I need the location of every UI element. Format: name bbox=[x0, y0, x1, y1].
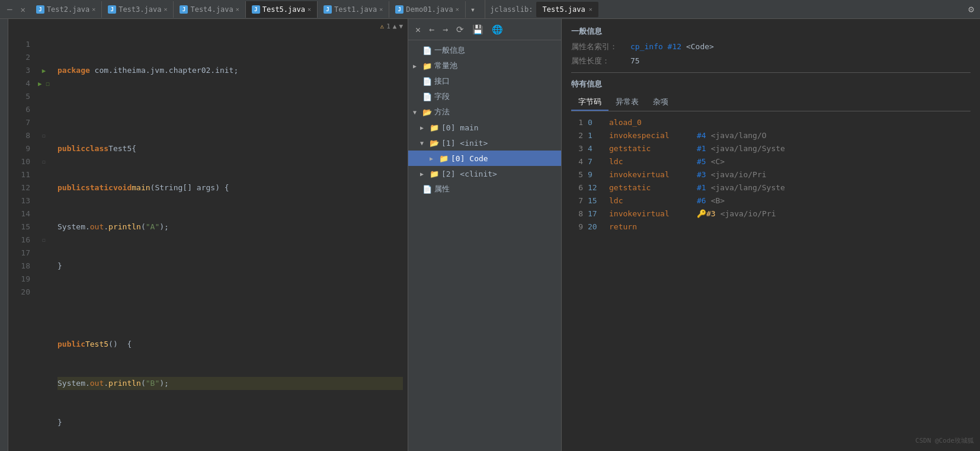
bc-comment: <java/io/Pri bbox=[711, 168, 767, 181]
bc-instr: invokespecial bbox=[609, 129, 692, 142]
bytecode-row-8: 8 17 invokevirtual 🔑#3 <java/io/Pri bbox=[571, 207, 971, 220]
gutter-12 bbox=[35, 181, 53, 194]
tab-close-icon[interactable]: ✕ bbox=[308, 6, 311, 12]
bytecode-row-3: 3 4 getstatic #1 <java/lang/Syste bbox=[571, 142, 971, 155]
tab-demo01[interactable]: J Demo01.java ✕ bbox=[389, 1, 466, 18]
bc-row-num: 5 bbox=[571, 168, 583, 181]
tree-item-attributes[interactable]: 📄 属性 bbox=[408, 181, 561, 197]
bytecode-row-4: 4 7 ldc #5 <C> bbox=[571, 155, 971, 168]
detail-main-title: 一般信息 bbox=[571, 26, 971, 37]
jclasslib-tab[interactable]: Test5.java ✕ bbox=[536, 2, 598, 17]
tab-close-icon[interactable]: ✕ bbox=[164, 6, 167, 12]
bc-row-num: 6 bbox=[571, 181, 583, 194]
bc-comment: <B> bbox=[711, 194, 725, 207]
gutter-2 bbox=[35, 51, 53, 64]
folder-icon: 📁 bbox=[422, 62, 432, 71]
bc-row-num: 7 bbox=[571, 194, 583, 207]
bc-row-num: 2 bbox=[571, 129, 583, 142]
tab-test3[interactable]: J Test3.java ✕ bbox=[102, 1, 174, 18]
settings-gear-icon[interactable]: ⚙ bbox=[962, 4, 980, 15]
code-line-7 bbox=[57, 299, 403, 312]
tree-save-btn[interactable]: 💾 bbox=[470, 23, 486, 36]
tab-overflow-btn[interactable]: ▾ bbox=[466, 5, 480, 14]
tab-test5[interactable]: J Test5.java ✕ bbox=[246, 1, 318, 18]
java-file-icon: J bbox=[180, 5, 188, 14]
tab-close-icon[interactable]: ✕ bbox=[236, 6, 239, 12]
folder-icon: 📄 bbox=[422, 46, 432, 55]
bc-ref[interactable]: #5 bbox=[697, 155, 706, 168]
tab-test1[interactable]: J Test1.java ✕ bbox=[318, 1, 389, 18]
tab-misc[interactable]: 杂项 bbox=[646, 94, 675, 111]
warning-nav-down[interactable]: ▼ bbox=[399, 23, 403, 30]
tree-item-code[interactable]: ▶ 📁 [0] Code bbox=[408, 151, 561, 166]
tree-label: 常量池 bbox=[434, 60, 457, 71]
tree-forward-btn[interactable]: → bbox=[440, 23, 450, 36]
bc-row-num: 9 bbox=[571, 220, 583, 234]
java-file-icon: J bbox=[36, 5, 44, 14]
tree-label: 接口 bbox=[434, 76, 450, 87]
jclasslib-label: jclasslib: bbox=[490, 5, 533, 14]
tab-close-icon[interactable]: ✕ bbox=[456, 6, 459, 12]
tree-item-general-info[interactable]: 📄 一般信息 bbox=[408, 43, 561, 58]
code-area[interactable]: 12345 678910 1112131415 1617181920 ▶ ▶ ☐… bbox=[8, 33, 408, 451]
java-file-icon: J bbox=[395, 5, 403, 14]
tab-close-icon[interactable]: ✕ bbox=[379, 6, 383, 12]
bytecode-row-1: 1 0 aload_0 bbox=[571, 116, 971, 129]
gutter-3[interactable]: ▶ bbox=[35, 64, 53, 77]
bc-ref[interactable]: #3 bbox=[697, 168, 706, 181]
bc-ref[interactable]: #6 bbox=[697, 194, 706, 207]
minimize-icon[interactable]: ─ bbox=[2, 5, 17, 14]
folder-icon: 📁 bbox=[439, 154, 449, 163]
bc-instr: aload_0 bbox=[609, 116, 692, 129]
tab-bar: ─ ✕ J Test2.java ✕ J Test3.java ✕ J Test… bbox=[0, 0, 980, 19]
jclasslib-section: jclasslib: Test5.java ✕ bbox=[485, 0, 598, 18]
bc-ref[interactable]: 🔑#3 bbox=[697, 207, 716, 220]
tree-label: [0] main bbox=[441, 123, 479, 132]
tab-exception-table[interactable]: 异常表 bbox=[609, 94, 646, 111]
tree-back-btn[interactable]: ← bbox=[427, 23, 437, 36]
bc-ref[interactable]: #1 bbox=[697, 181, 706, 194]
tab-test2[interactable]: J Test2.java ✕ bbox=[30, 1, 102, 18]
tree-item-method-clinit[interactable]: ▶ 📁 [2] <clinit> bbox=[408, 166, 561, 181]
code-line-5: System.out.println("A"); bbox=[57, 220, 403, 234]
folder-icon: 📄 bbox=[422, 92, 432, 101]
bc-comment: <C> bbox=[711, 155, 725, 168]
tree-item-constant-pool[interactable]: ▶ 📁 常量池 bbox=[408, 58, 561, 73]
warning-nav-up[interactable]: ▲ bbox=[393, 23, 397, 30]
tab-bytecode[interactable]: 字节码 bbox=[571, 94, 609, 111]
tree-item-methods[interactable]: ▼ 📂 方法 bbox=[408, 104, 561, 120]
tab-close-icon[interactable]: ✕ bbox=[92, 6, 95, 12]
bc-instr: invokevirtual bbox=[609, 207, 692, 220]
bytecode-tabs: 字节码 异常表 杂项 bbox=[571, 94, 971, 111]
bc-ref[interactable]: #1 bbox=[697, 142, 706, 155]
expand-icon: ▼ bbox=[413, 109, 420, 116]
tree-item-fields[interactable]: 📄 字段 bbox=[408, 89, 561, 104]
bc-offset: 9 bbox=[588, 168, 604, 181]
detail-attr-index-link[interactable]: cp_info #12 bbox=[630, 42, 681, 51]
code-content[interactable]: package com.itheima.jvm.chapter02.init; … bbox=[53, 33, 408, 451]
tree-item-method-main[interactable]: ▶ 📁 [0] main bbox=[408, 120, 561, 135]
bc-offset: 7 bbox=[588, 155, 604, 168]
bytecode-row-2: 2 1 invokespecial #4 <java/lang/O bbox=[571, 129, 971, 142]
code-line-10: } bbox=[57, 416, 403, 429]
tree-item-method-init[interactable]: ▼ 📂 [1] <init> bbox=[408, 135, 561, 151]
tab-test4[interactable]: J Test4.java ✕ bbox=[174, 1, 245, 18]
gutter-7 bbox=[35, 116, 53, 129]
tree-close-btn[interactable]: ✕ bbox=[413, 23, 423, 36]
bytecode-row-7: 7 15 ldc #6 <B> bbox=[571, 194, 971, 207]
code-line-3: public class Test5 { bbox=[57, 142, 403, 155]
bc-offset: 12 bbox=[588, 181, 604, 194]
tree-refresh-btn[interactable]: ⟳ bbox=[454, 23, 466, 36]
bc-row-num: 4 bbox=[571, 155, 583, 168]
detail-attr-index-value: cp_info #12 <Code> bbox=[630, 42, 714, 51]
jclasslib-close-icon[interactable]: ✕ bbox=[589, 6, 593, 12]
gutter-6 bbox=[35, 103, 53, 116]
left-sidebar bbox=[0, 19, 8, 451]
bc-ref[interactable]: #4 bbox=[697, 129, 706, 142]
tree-web-btn[interactable]: 🌐 bbox=[489, 23, 505, 36]
folder-icon: 📄 bbox=[422, 77, 432, 86]
tree-label: 字段 bbox=[434, 91, 450, 102]
close-icon[interactable]: ✕ bbox=[18, 5, 27, 14]
tree-item-interface[interactable]: 📄 接口 bbox=[408, 73, 561, 89]
gutter-4[interactable]: ▶ ☐ bbox=[35, 77, 53, 90]
